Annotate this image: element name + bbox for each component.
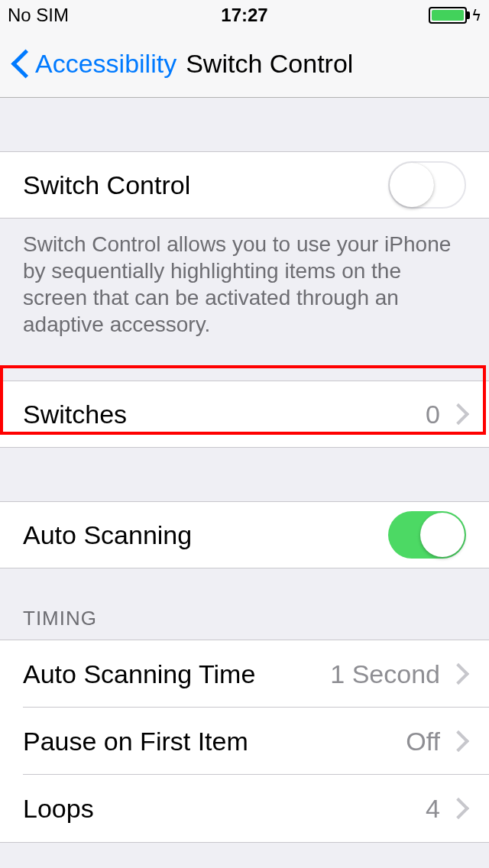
- pause-first-item-label: Pause on First Item: [23, 727, 248, 756]
- chevron-right-icon: [454, 403, 466, 425]
- chevron-right-icon: [454, 798, 466, 819]
- loops-label: Loops: [23, 794, 94, 824]
- back-button[interactable]: Accessibility: [35, 49, 176, 79]
- navigation-bar: Accessibility Switch Control: [0, 31, 489, 98]
- auto-scanning-time-label: Auto Scanning Time: [23, 659, 255, 689]
- auto-scanning-time-row[interactable]: Auto Scanning Time 1 Second: [0, 640, 489, 708]
- auto-scanning-toggle[interactable]: [388, 511, 466, 559]
- timing-header: TIMING: [0, 568, 489, 640]
- switch-control-row[interactable]: Switch Control: [0, 151, 489, 219]
- charging-icon: ϟ: [471, 6, 481, 24]
- loops-row[interactable]: Loops 4: [0, 775, 489, 842]
- auto-scanning-time-value: 1 Second: [330, 659, 440, 689]
- auto-scanning-label: Auto Scanning: [23, 520, 192, 550]
- battery-icon: [429, 7, 467, 24]
- status-bar: No SIM 17:27 ϟ: [0, 0, 489, 31]
- switch-control-toggle[interactable]: [388, 161, 466, 209]
- clock: 17:27: [221, 5, 267, 26]
- auto-scanning-row[interactable]: Auto Scanning: [0, 501, 489, 568]
- switch-control-label: Switch Control: [23, 170, 190, 200]
- loops-value: 4: [426, 794, 440, 824]
- chevron-right-icon: [454, 730, 466, 752]
- pause-first-item-row[interactable]: Pause on First Item Off: [0, 708, 489, 775]
- switches-label: Switches: [23, 400, 127, 429]
- carrier-label: No SIM: [8, 5, 69, 26]
- switches-value: 0: [426, 400, 440, 429]
- switches-row[interactable]: Switches 0: [0, 381, 489, 448]
- chevron-right-icon: [454, 663, 466, 685]
- content: Switch Control Switch Control allows you…: [0, 98, 489, 843]
- back-chevron-icon[interactable]: [11, 49, 29, 79]
- switch-control-description: Switch Control allows you to use your iP…: [0, 219, 489, 353]
- status-right: ϟ: [429, 6, 481, 24]
- pause-first-item-value: Off: [406, 727, 440, 756]
- page-title: Switch Control: [186, 49, 353, 79]
